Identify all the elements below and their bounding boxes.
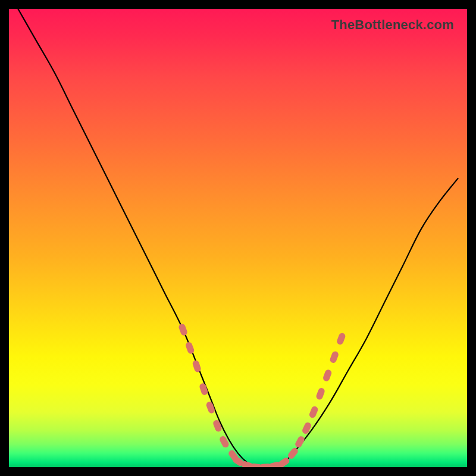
range-dot xyxy=(178,323,188,337)
range-dot xyxy=(322,369,332,383)
chart-stage: TheBottleneck.com xyxy=(0,0,476,476)
range-dots-group xyxy=(178,323,346,467)
range-dot xyxy=(329,350,339,364)
range-dot xyxy=(218,435,230,449)
bottleneck-curve-svg xyxy=(9,9,467,467)
range-dot xyxy=(336,332,346,346)
range-dot xyxy=(308,405,319,419)
range-dot xyxy=(294,435,305,449)
plot-area: TheBottleneck.com xyxy=(9,9,467,467)
range-dot xyxy=(185,342,195,355)
range-dot xyxy=(315,387,325,401)
range-dot xyxy=(301,421,312,435)
bottleneck-curve-path xyxy=(18,9,458,467)
